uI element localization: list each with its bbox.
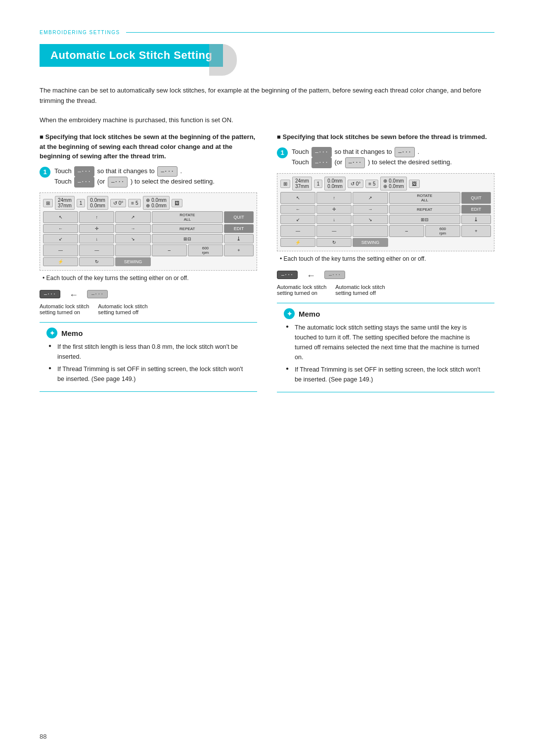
left-on-label: Automatic lock stitchsetting turned on bbox=[40, 303, 89, 315]
right-rest-label: ) to select the desired setting. bbox=[368, 159, 452, 166]
right-so-label: so that it changes to bbox=[334, 148, 392, 155]
right-off-btn[interactable]: —··· bbox=[324, 271, 345, 279]
left-memo-icon: ✦ bbox=[46, 328, 57, 338]
right-bullet: • Each touch of the key turns the settin… bbox=[280, 254, 494, 264]
sc-btn-dash2[interactable]: — bbox=[79, 244, 114, 256]
left-btn2[interactable]: —··· bbox=[74, 177, 94, 188]
rsc-btn-w[interactable]: ← bbox=[280, 205, 315, 214]
right-on-btn[interactable]: —··· bbox=[277, 271, 298, 279]
right-memo-title: Memo bbox=[299, 310, 320, 318]
sc-btn-down[interactable]: ⤓ bbox=[224, 234, 254, 243]
rsc-btn-se[interactable]: ↘ bbox=[353, 215, 388, 224]
screen-top-row-right: ⊞ 24mm37mm 1 0.0mm0.0mm ↺ 0° ≡ 5 ⊕ 0.0mm… bbox=[280, 177, 491, 190]
sc-btn-s[interactable]: ↓ bbox=[79, 234, 114, 243]
sc-btn-w[interactable]: ← bbox=[43, 224, 78, 233]
rsc-btn-ne[interactable]: ↗ bbox=[353, 192, 388, 204]
topbar-line bbox=[126, 32, 494, 33]
right-step-badge: 1 bbox=[277, 147, 288, 158]
right-toggle-off: —··· bbox=[324, 271, 345, 279]
sc-btn-sewing[interactable]: SEWING bbox=[115, 257, 150, 266]
right-btn-after[interactable]: —··· bbox=[395, 147, 415, 158]
right-memo-item-2: If Thread Trimming is set OFF in setting… bbox=[286, 365, 488, 384]
left-toggle-row: —··· ← —··· bbox=[40, 288, 257, 300]
rsc-btn-minus[interactable]: − bbox=[389, 225, 424, 237]
rsc-btn-s[interactable]: ↓ bbox=[316, 215, 352, 224]
rsc-v4: ≡ 5 bbox=[365, 180, 378, 188]
left-step1: 1 Touch —··· so that it changes to —··· … bbox=[40, 166, 257, 188]
rsc-btn-sw[interactable]: ↙ bbox=[280, 215, 315, 224]
left-btn-after[interactable]: —··· bbox=[157, 166, 178, 177]
rsc-btn-down[interactable]: ⤓ bbox=[461, 215, 491, 224]
sc-btn-nw[interactable]: ↖ bbox=[43, 211, 78, 223]
left-memo-item-1: If the first stitch length is less than … bbox=[48, 342, 250, 362]
rsc-size: 24mm37mm bbox=[292, 177, 312, 190]
sc-v4: ≡ 5 bbox=[128, 199, 141, 207]
left-touch-label: Touch bbox=[54, 167, 72, 175]
sc-btn-repeat[interactable]: REPEAT bbox=[152, 224, 223, 233]
rsc-btn-quit[interactable]: QUIT bbox=[461, 192, 491, 204]
col-right: ■ Specifying that lock stitches be sewn … bbox=[277, 132, 494, 392]
rsc-btn-dash2[interactable]: — bbox=[316, 225, 352, 237]
left-toggle-off: —··· bbox=[87, 290, 108, 298]
rsc-btn-speed[interactable]: ⚡ bbox=[280, 238, 315, 247]
sc-btn-c[interactable]: ✛ bbox=[79, 224, 114, 233]
rsc-btn-pattern[interactable]: ↻ bbox=[316, 238, 352, 247]
left-on-btn[interactable]: —··· bbox=[40, 290, 60, 298]
right-step1: 1 Touch —··· so that it changes to —··· … bbox=[277, 147, 494, 168]
rsc-btn-e[interactable]: → bbox=[353, 205, 388, 214]
left-rest-label: ) to select the desired setting. bbox=[131, 178, 215, 186]
right-step-content: Touch —··· so that it changes to —··· . … bbox=[292, 147, 494, 168]
rsc-btn-edit[interactable]: EDIT bbox=[461, 205, 491, 214]
title-box: Automatic Lock Stitch Setting bbox=[40, 44, 223, 67]
sc-btn-plus[interactable]: + bbox=[224, 244, 254, 256]
sc-icon: ⊞ bbox=[43, 199, 53, 207]
right-screen-mock: ⊞ 24mm37mm 1 0.0mm0.0mm ↺ 0° ≡ 5 ⊕ 0.0mm… bbox=[277, 173, 494, 251]
right-btn-before[interactable]: —··· bbox=[312, 147, 332, 158]
sc-btn-speed[interactable]: ⚡ bbox=[43, 257, 78, 266]
sc-btn-sw[interactable]: ↙ bbox=[43, 234, 78, 243]
sc-btn-600[interactable]: 600rpm bbox=[188, 244, 223, 256]
sc-size: 24mm37mm bbox=[55, 196, 75, 210]
sc-btn-n[interactable]: ↑ bbox=[79, 211, 114, 223]
right-btn2[interactable]: —··· bbox=[312, 157, 332, 168]
rsc-btn-n[interactable]: ↑ bbox=[316, 192, 352, 204]
sc-btn-edit[interactable]: EDIT bbox=[224, 224, 254, 233]
page-title: Automatic Lock Stitch Setting bbox=[50, 49, 212, 62]
sc-btn-pattern[interactable]: ↻ bbox=[79, 257, 114, 266]
left-arrow: ← bbox=[69, 290, 78, 300]
left-memo-list: If the first stitch length is less than … bbox=[46, 342, 250, 384]
rsc-btn-c[interactable]: ✛ bbox=[316, 205, 352, 214]
left-off-label: Automatic lock stitchsetting turned off bbox=[98, 303, 147, 315]
sc-btn-dash1[interactable]: — bbox=[43, 244, 78, 256]
rsc-btn-plus[interactable]: + bbox=[461, 225, 491, 237]
rsc-btn-grid[interactable]: ⊞⊟ bbox=[389, 215, 460, 224]
left-toggle-on: —··· bbox=[40, 290, 60, 298]
left-btn3[interactable]: —··· bbox=[108, 177, 128, 188]
sc-btn-se[interactable]: ↘ bbox=[115, 234, 150, 243]
left-or-label: (or bbox=[97, 178, 105, 186]
sc-btn-grid[interactable]: ⊞⊟ bbox=[152, 234, 223, 243]
rsc-btn-rotate[interactable]: ROTATEALL bbox=[389, 192, 460, 204]
right-on-label: Automatic lock stitchsetting turned on bbox=[277, 284, 326, 296]
rsc-btn-repeat[interactable]: REPEAT bbox=[389, 205, 460, 214]
screen-top-row-left: ⊞ 24mm37mm 1 0.0mm0.0mm ↺ 0° ≡ 5 ⊕ 0.0mm… bbox=[43, 196, 254, 210]
rsc-v6: 🖼 bbox=[409, 180, 420, 188]
rsc-btn-600[interactable]: 600rpm bbox=[425, 225, 460, 237]
rsc-v5: ⊕ 0.0mm⊕ 0.0mm bbox=[380, 177, 406, 190]
sc-btn-ne[interactable]: ↗ bbox=[115, 211, 150, 223]
right-btn3[interactable]: —··· bbox=[345, 157, 365, 168]
sc-btn-rotate[interactable]: ROTATEALL bbox=[152, 211, 223, 223]
rsc-btn-dash1[interactable]: — bbox=[280, 225, 315, 237]
left-btn-before[interactable]: —··· bbox=[74, 166, 94, 177]
sc-btn-quit[interactable]: QUIT bbox=[224, 211, 254, 223]
topbar-label: EMBROIDERING SETTINGS bbox=[40, 30, 120, 35]
right-memo-box: ✦ Memo The automatic lock stitch setting… bbox=[277, 303, 494, 392]
rsc-btn-sewing[interactable]: SEWING bbox=[353, 238, 388, 247]
sc-btn-e[interactable]: → bbox=[115, 224, 150, 233]
right-memo-icon: ✦ bbox=[284, 308, 295, 319]
left-off-btn[interactable]: —··· bbox=[87, 290, 108, 298]
left-memo-title-row: ✦ Memo bbox=[46, 328, 250, 338]
sc-btn-minus[interactable]: − bbox=[152, 244, 187, 256]
left-so-label: so that it changes to bbox=[97, 167, 154, 175]
rsc-btn-nw[interactable]: ↖ bbox=[280, 192, 315, 204]
